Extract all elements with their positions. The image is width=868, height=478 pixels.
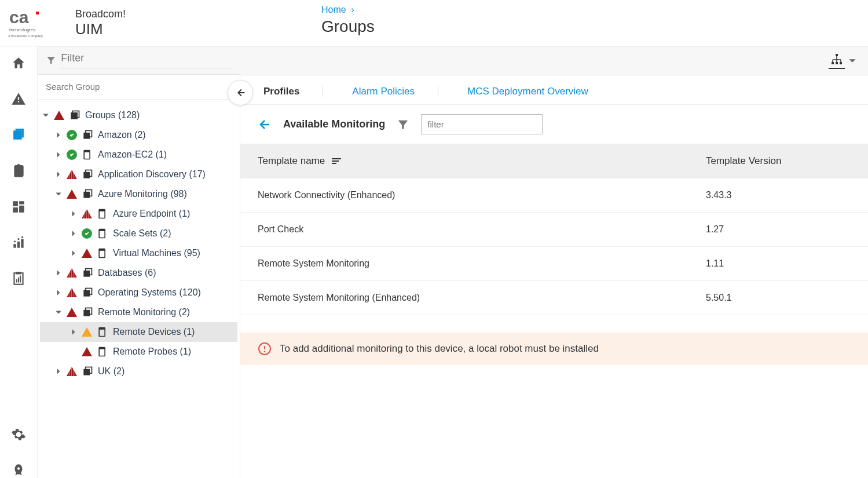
tree-item[interactable]: Azure Monitoring (98) (40, 184, 237, 204)
tree-item[interactable]: Databases (6) (40, 263, 237, 283)
breadcrumb-home[interactable]: Home › (321, 5, 354, 14)
caret-right-icon[interactable] (70, 250, 77, 257)
status-ok-icon (67, 149, 77, 160)
stack-icon (82, 267, 93, 279)
tree-item[interactable]: Virtual Machines (95) (40, 243, 237, 263)
cell-template-version: 5.50.1 (706, 293, 851, 303)
tree-item[interactable]: Azure Endpoint (1) (40, 204, 237, 224)
table-row[interactable]: Remote System Monitoring1.11 (240, 247, 868, 281)
logo: ca technologies A Broadcom Company (0, 6, 69, 41)
tree-item[interactable]: Amazon-EC2 (1) (40, 145, 237, 165)
home-icon[interactable] (11, 56, 26, 71)
tab-mcs-overview[interactable]: MCS Deployment Overview (462, 86, 611, 97)
caret-right-icon[interactable] (70, 230, 77, 237)
tree-item[interactable]: Remote Monitoring (2) (40, 302, 237, 322)
tree-item[interactable]: Application Discovery (17) (40, 165, 237, 184)
report-icon[interactable] (11, 271, 26, 286)
gear-icon[interactable] (11, 427, 26, 442)
caret-right-icon[interactable] (70, 329, 77, 335)
svg-rect-55 (83, 310, 90, 316)
tree-item[interactable]: Scale Sets (2) (40, 224, 237, 243)
caret-down-icon[interactable] (55, 191, 62, 198)
svg-rect-68 (840, 62, 842, 64)
caret-right-icon[interactable] (55, 171, 62, 178)
filter-bar (38, 46, 240, 75)
svg-rect-35 (83, 172, 90, 178)
groups-icon[interactable] (11, 127, 26, 143)
col-template-name[interactable]: Template name (258, 155, 706, 167)
search-group-input[interactable] (46, 82, 232, 92)
sub-title: Available Monitoring (283, 118, 385, 130)
status-critical-icon (54, 111, 64, 120)
tree-root-label: Groups (128) (85, 110, 140, 121)
col-template-version[interactable]: Template Version (706, 155, 851, 167)
main-top-bar (240, 46, 868, 75)
tree-item-label: UK (2) (98, 366, 124, 377)
table-row[interactable]: Port Check1.27 (240, 213, 868, 247)
template-filter-input[interactable] (421, 114, 543, 134)
rocket-icon[interactable] (11, 463, 26, 478)
caret-right-icon[interactable] (55, 132, 62, 138)
funnel-icon[interactable] (397, 118, 409, 131)
tree-item-label: Application Discovery (17) (98, 169, 206, 180)
table-row[interactable]: Remote System Monitoring (Enhanced)5.50.… (240, 281, 868, 315)
svg-rect-14 (13, 207, 18, 213)
ca-logo-icon: ca technologies A Broadcom Company (7, 6, 59, 41)
stack-icon (82, 287, 93, 298)
svg-point-20 (17, 238, 19, 240)
dropdown-caret-icon[interactable] (848, 57, 856, 65)
clipboard-icon[interactable] (11, 163, 26, 178)
svg-rect-60 (99, 348, 105, 349)
tree-item[interactable]: Remote Devices (1) (40, 322, 237, 342)
svg-point-21 (21, 236, 23, 238)
svg-rect-44 (99, 229, 105, 231)
caret-down-icon[interactable] (55, 309, 62, 316)
tree-root[interactable]: Groups (128) (40, 105, 237, 125)
chart-icon[interactable] (11, 235, 26, 250)
hierarchy-icon[interactable] (829, 53, 845, 69)
device-icon (97, 247, 108, 259)
svg-text:ca: ca (9, 8, 29, 27)
svg-rect-15 (19, 206, 24, 213)
status-minor-icon (82, 327, 92, 337)
status-critical-stripe-icon (67, 268, 77, 278)
tabs: Profiles Alarm Policies MCS Deployment O… (240, 75, 868, 105)
tree-item-label: Azure Monitoring (98) (98, 189, 187, 199)
caret-down-icon (42, 112, 49, 119)
tab-alarm-policies[interactable]: Alarm Policies (346, 86, 438, 97)
stack-icon (82, 129, 93, 141)
back-arrow-icon[interactable] (258, 118, 272, 132)
svg-rect-67 (836, 62, 838, 64)
caret-right-icon[interactable] (55, 368, 62, 375)
tab-profiles[interactable]: Profiles (258, 86, 323, 97)
collapse-panel-button[interactable] (228, 80, 253, 105)
svg-rect-12 (13, 201, 18, 206)
svg-rect-8 (17, 165, 21, 167)
alert-text: To add additional monitoring to this dev… (280, 343, 599, 355)
status-critical-icon (67, 189, 77, 199)
alert-banner: To add additional monitoring to this dev… (240, 333, 868, 365)
product-label: UIM (75, 20, 126, 38)
filter-input[interactable] (61, 52, 232, 68)
svg-rect-66 (832, 62, 834, 64)
tree-item[interactable]: Operating Systems (120) (40, 283, 237, 302)
dashboard-icon[interactable] (11, 199, 26, 214)
svg-rect-16 (13, 244, 16, 248)
stack-icon (82, 306, 93, 318)
svg-rect-49 (83, 271, 90, 277)
tree-item[interactable]: Remote Probes (1) (40, 342, 237, 362)
table-row[interactable]: Network Connectivity (Enhanced)3.43.3 (240, 178, 868, 213)
main: Profiles Alarm Policies MCS Deployment O… (240, 46, 868, 478)
alerts-icon[interactable] (11, 92, 26, 107)
svg-rect-65 (836, 54, 838, 56)
caret-right-icon[interactable] (55, 269, 62, 276)
tree-panel: Groups (128) Amazon (2)Amazon-EC2 (1)App… (38, 46, 240, 478)
caret-right-icon[interactable] (55, 151, 62, 158)
svg-rect-42 (99, 210, 105, 211)
caret-right-icon[interactable] (55, 289, 62, 296)
caret-right-icon[interactable] (70, 210, 77, 217)
tree-item[interactable]: Amazon (2) (40, 125, 237, 145)
tree-item[interactable]: UK (2) (40, 362, 237, 381)
cell-template-name: Network Connectivity (Enhanced) (258, 190, 706, 200)
cell-template-name: Port Check (258, 224, 706, 235)
